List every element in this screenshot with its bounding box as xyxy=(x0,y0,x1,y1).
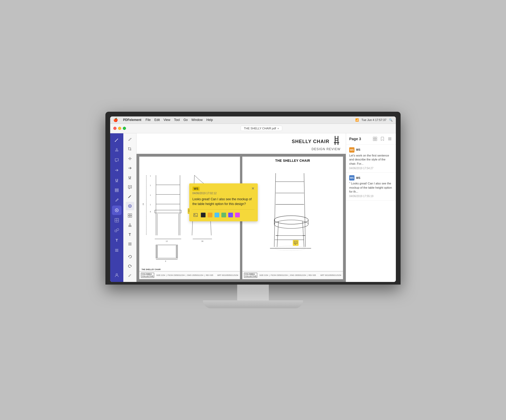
menubar-left: 🍎 PDFelement File Edit View Tool Go Wind… xyxy=(113,118,355,122)
thread2-text: " Looks great! Can I also see the mockup… xyxy=(349,182,393,194)
doc-header: SHELLY CHAIR xyxy=(137,133,346,154)
panel-bookmark-icon[interactable] xyxy=(380,136,385,142)
menu-edit[interactable]: Edit xyxy=(154,118,160,122)
tool-underline[interactable]: U xyxy=(126,173,134,182)
tool-arrow-right[interactable] xyxy=(126,164,134,172)
svg-point-9 xyxy=(117,228,119,231)
sidebar-item-list[interactable] xyxy=(112,246,121,255)
tab-bar: THE SHELLY CHAIR.pdf ▾ xyxy=(130,126,393,131)
sidebar-item-pen[interactable] xyxy=(112,196,121,205)
tab-close-icon[interactable]: ▾ xyxy=(278,127,279,130)
color-orange[interactable] xyxy=(208,213,212,217)
menu-tool[interactable]: Tool xyxy=(174,118,180,122)
tool-pencil[interactable] xyxy=(126,135,134,144)
minimize-button[interactable] xyxy=(118,127,121,130)
thread1-header: WS WS xyxy=(349,147,393,153)
sidebar-item-text[interactable]: T xyxy=(112,236,121,245)
svg-point-87 xyxy=(194,214,195,215)
tool-grid[interactable] xyxy=(126,211,134,220)
app-name[interactable]: PDFelement xyxy=(123,118,141,122)
document-tab[interactable]: THE SHELLY CHAIR.pdf ▾ xyxy=(241,126,283,131)
svg-line-70 xyxy=(303,221,304,247)
popup-text[interactable]: Looks great! Can I also see the mockup o… xyxy=(192,197,255,206)
color-green[interactable] xyxy=(221,213,226,217)
tool-note[interactable] xyxy=(126,183,134,191)
tool-pen-edit[interactable] xyxy=(126,192,134,201)
svg-rect-88 xyxy=(373,137,375,139)
color-purple[interactable] xyxy=(228,213,233,217)
sidebar-item-underline[interactable]: U xyxy=(112,175,121,185)
page2-footer: COLOMBIA COLLECTIVE SIZE 2154 | FSCM 150… xyxy=(242,271,343,279)
menu-help[interactable]: Help xyxy=(206,118,213,122)
svg-text:1: 1 xyxy=(150,184,151,186)
annotation-popup[interactable]: WS ✕ 04/06/2019 17:02:12 Looks great! Ca… xyxy=(189,183,258,221)
svg-rect-35 xyxy=(338,143,338,145)
tool-undo[interactable] xyxy=(126,252,134,261)
wifi-icon: 📶 xyxy=(355,118,359,122)
popup-toolbar xyxy=(192,209,255,218)
sidebar-item-annotation[interactable] xyxy=(112,206,121,215)
monitor: 🍎 PDFelement File Edit View Tool Go Wind… xyxy=(105,112,401,308)
svg-text:36: 36 xyxy=(201,240,203,242)
close-button[interactable] xyxy=(113,127,116,130)
sidebar-item-arrow[interactable] xyxy=(112,165,121,175)
apple-menu[interactable]: 🍎 xyxy=(113,118,118,122)
chair-logo-icon xyxy=(333,136,340,147)
svg-text:24: 24 xyxy=(142,203,144,205)
tool-highlight-active[interactable] xyxy=(126,202,134,210)
sidebar-item-pencil[interactable] xyxy=(112,135,121,145)
popup-close-button[interactable]: ✕ xyxy=(251,187,255,190)
color-cyan[interactable] xyxy=(215,213,219,217)
sidebar-item-stamp[interactable] xyxy=(112,145,121,155)
panel-list-icon[interactable] xyxy=(387,136,393,142)
menu-file[interactable]: File xyxy=(145,118,150,122)
svg-point-13 xyxy=(116,274,118,275)
svg-rect-90 xyxy=(373,139,375,141)
panel-grid-icon[interactable] xyxy=(372,136,378,142)
tool-strike[interactable] xyxy=(126,154,134,163)
footer-logo-2: COLOMBIA COLLECTIVE xyxy=(244,273,257,278)
monitor-stand-base xyxy=(203,300,303,308)
tool-list-view[interactable] xyxy=(126,240,134,248)
panel-icons xyxy=(372,136,393,142)
sidebar-item-bubble[interactable] xyxy=(112,155,121,165)
sidebar-item-person[interactable] xyxy=(112,270,121,280)
comment-thread-2[interactable]: WS WS " Looks great! Can I also see the … xyxy=(346,173,396,201)
svg-text:1: 1 xyxy=(150,175,151,177)
thread1-avatar: WS xyxy=(349,147,354,153)
menu-view[interactable]: View xyxy=(163,118,170,122)
tool-text[interactable]: T xyxy=(126,230,134,239)
popup-tool-image[interactable] xyxy=(192,212,199,218)
svg-rect-32 xyxy=(335,140,338,141)
doc-title-main: SHELLY CHAIR xyxy=(292,136,340,147)
right-panel: Page 3 xyxy=(346,133,396,282)
content-area: SHELLY CHAIR xyxy=(137,133,346,282)
comment-icon-2[interactable] xyxy=(293,240,299,246)
search-icon[interactable]: 🔍 xyxy=(389,118,393,122)
main-layout: U xyxy=(110,133,396,282)
tool-crop[interactable] xyxy=(126,145,134,153)
tool-redo[interactable] xyxy=(126,262,134,270)
svg-text:1: 1 xyxy=(150,194,151,196)
footer-mrt-1: MRT 0021050502115154 xyxy=(217,274,238,276)
svg-text:6: 6 xyxy=(150,211,151,213)
menu-go[interactable]: Go xyxy=(183,118,188,122)
svg-rect-2 xyxy=(115,191,118,192)
svg-rect-34 xyxy=(335,143,335,145)
svg-rect-1 xyxy=(115,190,118,191)
svg-line-69 xyxy=(277,221,278,247)
svg-text:1: 1 xyxy=(150,204,151,206)
svg-rect-24 xyxy=(130,216,132,217)
comment-thread-1[interactable]: WS WS Let's work on the first sentence a… xyxy=(346,145,396,173)
menu-window[interactable]: Window xyxy=(191,118,203,122)
tool-stamp3[interactable] xyxy=(126,221,134,229)
svg-rect-22 xyxy=(130,214,132,215)
color-black[interactable] xyxy=(201,213,206,217)
maximize-button[interactable] xyxy=(123,127,126,130)
sidebar-item-table[interactable] xyxy=(112,216,121,225)
svg-rect-33 xyxy=(334,142,339,143)
sidebar-item-layers[interactable] xyxy=(112,185,121,195)
color-pink[interactable] xyxy=(235,213,240,217)
sidebar-item-shapes[interactable] xyxy=(112,226,121,235)
tool-pen-bottom[interactable] xyxy=(126,271,134,280)
